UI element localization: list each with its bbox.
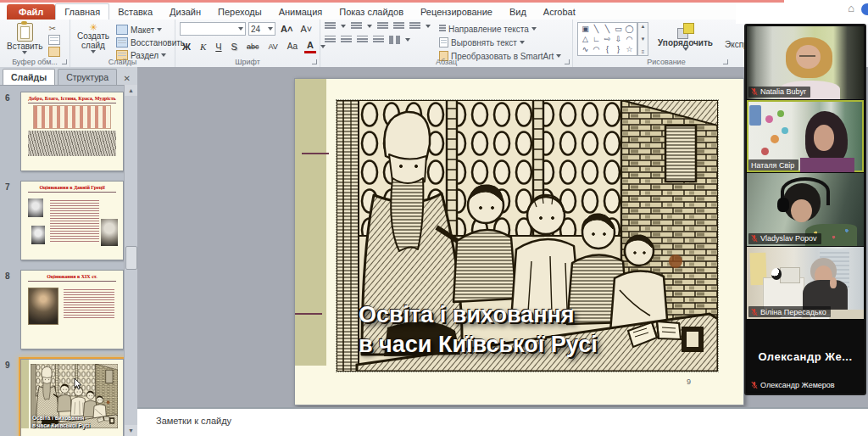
italic-button[interactable]: К bbox=[198, 41, 209, 53]
ribbon-tab-home[interactable]: Главная bbox=[55, 3, 109, 20]
slide-thumbnail-6[interactable]: Добро, Благо, Істина, Краса, Мудрість bbox=[20, 92, 124, 171]
slide-image-placeholder[interactable]: Освіта і виховання в часи Київської Русі bbox=[336, 99, 719, 372]
notes-placeholder: Заметки к слайду bbox=[156, 416, 231, 426]
thumbnail-slot-6: 6 Добро, Благо, Істина, Краса, Мудрість bbox=[0, 92, 125, 172]
thumb8-text-block bbox=[64, 289, 114, 318]
align-right-icon[interactable] bbox=[357, 36, 368, 44]
video-call-window[interactable]: Natalia Bubyr Наталя Свір V bbox=[744, 24, 866, 395]
grow-font-button[interactable]: A˄ bbox=[278, 23, 295, 35]
font-name-combo[interactable] bbox=[180, 22, 246, 36]
align-text-button[interactable]: Выровнять текст bbox=[439, 36, 561, 48]
bold-button[interactable]: Ж bbox=[180, 41, 193, 53]
new-slide-button[interactable]: ✳ Создать слайд bbox=[75, 22, 112, 61]
thumb9-title: Освіта і виховання в часи Київської Русі bbox=[32, 415, 90, 429]
panel-tab-slides[interactable]: Слайды bbox=[3, 69, 55, 85]
ribbon-tab-insert[interactable]: Вставка bbox=[109, 4, 161, 20]
new-slide-dropdown-arrow[interactable] bbox=[91, 50, 96, 53]
drawing-dialog-launcher[interactable] bbox=[723, 59, 728, 64]
thumbnail-slot-9: 9 Освіта і виховання в часи Київської Ру… bbox=[0, 359, 125, 436]
cut-icon[interactable]: ✂ bbox=[48, 24, 60, 33]
ribbon-tab-view[interactable]: Вид bbox=[501, 4, 535, 20]
align-text-icon bbox=[439, 37, 448, 48]
slide-thumbnail-9[interactable]: Освіта і виховання в часи Київської Русі bbox=[20, 359, 124, 436]
thumbnail-list: 6 Добро, Благо, Істина, Краса, Мудрість … bbox=[0, 85, 125, 436]
underline-button[interactable]: Ч bbox=[213, 41, 224, 53]
headphone-earcup bbox=[777, 198, 789, 212]
arrange-button[interactable]: Упорядочить bbox=[655, 22, 715, 52]
top-right-strip: ⌂ bbox=[736, 0, 868, 24]
muted-mic-icon bbox=[751, 234, 758, 243]
application-window: Файл Главная Вставка Дизайн Переходы Ани… bbox=[0, 0, 868, 436]
change-case-button[interactable]: Aa bbox=[285, 41, 300, 53]
group-font: 24 A˄ A˅ Ж К Ч S abc AV Aa A Шрифт bbox=[175, 20, 320, 67]
notes-pane[interactable]: Заметки к слайду bbox=[137, 407, 868, 436]
work-area: Слайды Структура ✕ 6 Добро, Благо, Істин… bbox=[0, 67, 868, 436]
align-left-icon[interactable] bbox=[325, 36, 336, 44]
align-center-icon[interactable] bbox=[341, 36, 352, 44]
layout-icon bbox=[116, 25, 128, 35]
increase-indent-icon[interactable] bbox=[393, 22, 404, 31]
wall-decor-1 bbox=[765, 115, 773, 123]
wall-decor-4 bbox=[782, 127, 788, 134]
reset-button[interactable]: Восстановить bbox=[116, 36, 185, 48]
paste-label: Вставить bbox=[7, 42, 42, 51]
copy-icon[interactable] bbox=[48, 35, 60, 45]
paste-icon bbox=[17, 23, 33, 42]
wall-decor-3 bbox=[771, 135, 779, 143]
slide-accent-line-top bbox=[302, 153, 329, 154]
text-direction-button[interactable]: Направление текста bbox=[439, 23, 561, 35]
ribbon-tab-acrobat[interactable]: Acrobat bbox=[535, 4, 584, 20]
numbering-icon[interactable] bbox=[351, 22, 362, 31]
participant-tile-1[interactable]: Natalia Bubyr bbox=[747, 26, 864, 99]
ribbon-tab-design[interactable]: Дизайн bbox=[161, 4, 209, 20]
ribbon-tab-slideshow[interactable]: Показ слайдов bbox=[331, 4, 412, 20]
ribbon-tab-animations[interactable]: Анимация bbox=[270, 4, 331, 20]
thumb7-title: Оцінювання в Давній Греції bbox=[26, 185, 118, 191]
scrollbar-down-icon[interactable]: ▼ bbox=[125, 425, 137, 436]
format-painter-icon[interactable] bbox=[48, 47, 60, 57]
slides-panel: Слайды Структура ✕ 6 Добро, Благо, Істин… bbox=[0, 67, 138, 436]
slide-number-9: 9 bbox=[5, 361, 10, 370]
ribbon-tab-transitions[interactable]: Переходы bbox=[209, 4, 270, 20]
participant-tile-4[interactable]: Вiлiна Пересадько bbox=[747, 247, 864, 320]
line-spacing-icon[interactable] bbox=[409, 22, 420, 31]
participant-tile-3[interactable]: Vladyslav Popov bbox=[747, 173, 864, 246]
participant-name-label: Vladyslav Popov bbox=[748, 233, 821, 244]
font-size-combo[interactable]: 24 bbox=[248, 22, 275, 36]
participant-tile-5[interactable]: Олександр Же... Олександр Жемеров bbox=[747, 320, 864, 393]
shrink-font-button[interactable]: A˅ bbox=[298, 23, 314, 35]
ribbon-tab-review[interactable]: Рецензирование bbox=[412, 4, 501, 20]
current-slide[interactable]: Освіта і виховання в часи Київської Русі… bbox=[294, 78, 744, 405]
strikethrough-button[interactable]: abc bbox=[244, 41, 262, 53]
bullets-icon[interactable] bbox=[325, 22, 336, 31]
group-label-slides: Слайды bbox=[70, 58, 175, 66]
paragraph-dialog-launcher[interactable] bbox=[565, 59, 570, 64]
slide-thumbnail-7[interactable]: Оцінювання в Давній Греції bbox=[20, 181, 124, 260]
person-hand bbox=[830, 277, 837, 289]
text-shadow-button[interactable]: S bbox=[229, 41, 240, 53]
paste-button[interactable]: Вставить bbox=[4, 22, 45, 57]
font-color-button[interactable]: A bbox=[304, 39, 316, 53]
char-spacing-button[interactable]: AV bbox=[265, 41, 280, 53]
scrollbar-thumb[interactable] bbox=[125, 246, 137, 270]
panel-tab-outline[interactable]: Структура bbox=[58, 69, 117, 85]
font-dialog-launcher[interactable] bbox=[312, 59, 317, 64]
scrollbar-up-icon[interactable]: ▲ bbox=[125, 85, 137, 96]
reset-icon bbox=[116, 37, 128, 48]
slide-thumbnail-8[interactable]: Оцінювання в XIX ст. bbox=[20, 270, 124, 349]
layout-button[interactable]: Макет bbox=[116, 24, 185, 36]
panel-scrollbar[interactable]: ▲ ▼ bbox=[124, 85, 137, 436]
shapes-scroll[interactable]: ▲▼≡ bbox=[637, 22, 648, 56]
home-icon: ⌂ bbox=[848, 2, 854, 14]
decrease-indent-icon[interactable] bbox=[377, 22, 388, 31]
shapes-gallery[interactable]: ▣╲ ╲▭ ◯△ ∟⇨ ⇩◠ ∿◠ {} ☆ bbox=[577, 22, 637, 56]
clipboard-dialog-launcher[interactable] bbox=[62, 59, 67, 64]
paste-dropdown-arrow[interactable] bbox=[22, 51, 27, 54]
columns-icon[interactable] bbox=[389, 36, 400, 44]
participant-tile-2[interactable]: Наталя Свір bbox=[747, 100, 864, 173]
slide-olive-bar bbox=[295, 79, 326, 366]
justify-icon[interactable] bbox=[373, 36, 384, 44]
ribbon-tab-file[interactable]: Файл bbox=[7, 4, 55, 20]
panel-close-icon[interactable]: ✕ bbox=[122, 72, 132, 85]
mouse-cursor bbox=[74, 378, 82, 390]
